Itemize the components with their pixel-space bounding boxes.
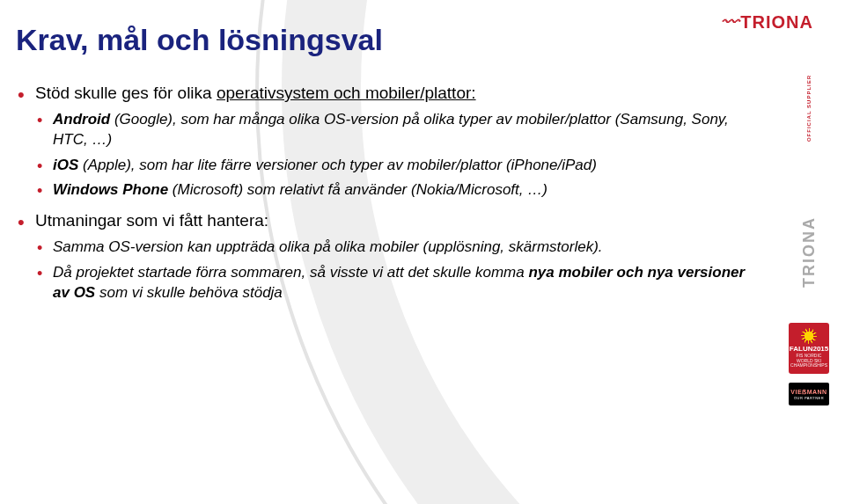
bullet-1-text-pre: Stöd skulle ges för olika: [35, 84, 217, 102]
sub-bullet-resolution-text: Samma OS-version kan uppträda olika på o…: [53, 238, 603, 255]
sub-bullet-newversions-pre: Då projektet startade förra sommaren, så…: [53, 264, 528, 281]
sub-bullet-newversions: Då projektet startade förra sommaren, så…: [35, 263, 748, 303]
viessmann-logo: VIEẞMANN OUR PARTNER: [789, 383, 829, 405]
falun-main-text: FALUN2015: [790, 346, 828, 353]
triona-logo-header: 〰 TRIONA: [721, 12, 813, 33]
sun-icon: [801, 328, 817, 344]
slide-page: 〰 TRIONA Krav, mål och lösningsval Stöd …: [0, 0, 845, 504]
viessmann-sub-text: OUR PARTNER: [794, 396, 824, 400]
sub-bullet-winphone-name: Windows Phone: [53, 181, 168, 198]
viessmann-text: VIEẞMANN: [790, 389, 827, 396]
bullet-1: Stöd skulle ges för olika operativsystem…: [16, 82, 757, 201]
bullet-1-text-underline: operativsystem och mobiler/plattor:: [217, 84, 476, 102]
sub-bullet-winphone-rest: (Microsoft) som relativt få använder (No…: [168, 181, 547, 198]
bullet-2: Utmaningar som vi fått hantera: Samma OS…: [16, 209, 757, 303]
falun2015-logo: FALUN2015 FIS NORDIC WORLD SKI CHAMPIONS…: [789, 323, 829, 374]
sub-bullet-ios: iOS (Apple), som har lite färre versione…: [35, 156, 748, 176]
official-supplier-label: OFFICIAL SUPPLIER: [806, 75, 812, 142]
bullet-list: Stöd skulle ges för olika operativsystem…: [16, 82, 813, 303]
falun-sub-text: FIS NORDIC WORLD SKI CHAMPIONSHIPS: [789, 354, 829, 369]
sub-bullet-android-rest: (Google), som har många olika OS-version…: [53, 111, 729, 148]
slide-title: Krav, mål och lösningsval: [16, 23, 813, 57]
sub-bullet-android-name: Android: [53, 111, 110, 128]
triona-swoosh-icon: 〰: [721, 12, 737, 33]
sub-bullet-winphone: Windows Phone (Microsoft) som relativt f…: [35, 180, 748, 201]
bullet-2-sublist: Samma OS-version kan uppträda olika på o…: [35, 237, 757, 303]
sub-bullet-ios-name: iOS: [53, 157, 78, 173]
sidebar-logos: OFFICIAL SUPPLIER TRIONA FALUN2015 FIS N…: [785, 106, 833, 405]
bullet-2-text: Utmaningar som vi fått hantera:: [35, 211, 268, 230]
triona-wordmark: TRIONA: [740, 12, 813, 33]
bullet-1-sublist: Android (Google), som har många olika OS…: [35, 110, 757, 201]
sub-bullet-resolution: Samma OS-version kan uppträda olika på o…: [35, 237, 748, 258]
sub-bullet-newversions-post: som vi skulle behöva stödja: [95, 284, 283, 301]
triona-rotated-wordmark: TRIONA: [800, 216, 819, 288]
sub-bullet-android: Android (Google), som har många olika OS…: [35, 110, 748, 150]
sub-bullet-ios-rest: (Apple), som har lite färre versioner oc…: [78, 157, 597, 173]
